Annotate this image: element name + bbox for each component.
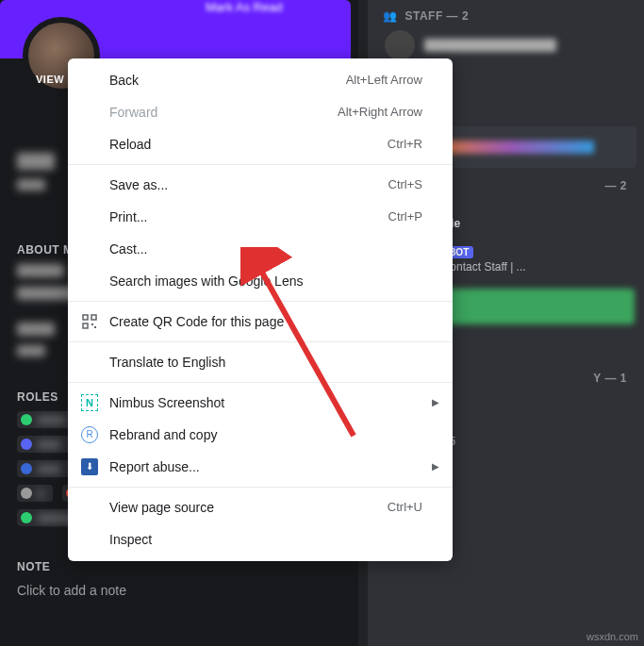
staff-header-text: STAFF — 2 xyxy=(405,9,470,23)
menu-separator xyxy=(68,487,453,488)
menu-create-qr[interactable]: Create QR Code for this page xyxy=(68,306,453,338)
watermark: wsxdn.com xyxy=(586,631,638,642)
view-profile-button[interactable]: VIEW xyxy=(36,74,64,85)
svg-rect-3 xyxy=(91,323,93,325)
browser-context-menu: BackAlt+Left Arrow ForwardAlt+Right Arro… xyxy=(68,58,453,561)
role-pill[interactable]: xxxxx xyxy=(17,411,75,428)
menu-separator xyxy=(68,382,453,383)
menu-search-lens[interactable]: Search images with Google Lens xyxy=(68,265,453,297)
menu-rebrand-copy[interactable]: RRebrand and copy xyxy=(68,419,453,451)
note-input[interactable]: Click to add a note xyxy=(17,583,341,598)
menu-translate[interactable]: Translate to English xyxy=(68,346,453,378)
svg-rect-4 xyxy=(94,326,96,328)
menu-view-source[interactable]: View page sourceCtrl+U xyxy=(68,491,453,523)
report-icon: ⬇ xyxy=(81,458,98,475)
svg-rect-1 xyxy=(91,315,96,320)
mark-read-label: Mark As Read xyxy=(206,0,283,14)
note-section: NOTE Click to add a note xyxy=(0,560,358,598)
svg-rect-2 xyxy=(83,323,88,328)
qr-code-icon xyxy=(81,313,98,330)
people-icon: 👥 xyxy=(383,9,398,23)
chevron-right-icon: ▶ xyxy=(432,392,439,413)
staff-group-header: 👥 STAFF — 2 xyxy=(368,0,644,23)
menu-report-abuse[interactable]: ⬇Report abuse...▶ xyxy=(68,451,453,483)
rebrand-icon: R xyxy=(81,426,98,443)
role-pill[interactable]: x xyxy=(17,485,53,502)
note-heading: NOTE xyxy=(17,560,341,573)
menu-back[interactable]: BackAlt+Left Arrow xyxy=(68,64,453,96)
menu-save-as[interactable]: Save as...Ctrl+S xyxy=(68,169,453,201)
menu-forward: ForwardAlt+Right Arrow xyxy=(68,96,453,128)
nimbus-icon: N xyxy=(81,394,98,411)
menu-nimbus-screenshot[interactable]: NNimbus Screenshot▶ xyxy=(68,387,453,419)
role-pill[interactable]: xxxx xyxy=(17,436,70,453)
menu-separator xyxy=(68,341,453,342)
bots-header-text: — 2 xyxy=(604,179,627,192)
menu-reload[interactable]: ReloadCtrl+R xyxy=(68,128,453,160)
menu-cast[interactable]: Cast... xyxy=(68,233,453,265)
menu-separator xyxy=(68,164,453,165)
svg-rect-0 xyxy=(83,315,88,320)
menu-print[interactable]: Print...Ctrl+P xyxy=(68,201,453,233)
chevron-right-icon: ▶ xyxy=(432,456,439,477)
role-pill[interactable]: xxxx xyxy=(17,460,70,477)
menu-inspect[interactable]: Inspect xyxy=(68,523,453,555)
menu-separator xyxy=(68,301,453,302)
